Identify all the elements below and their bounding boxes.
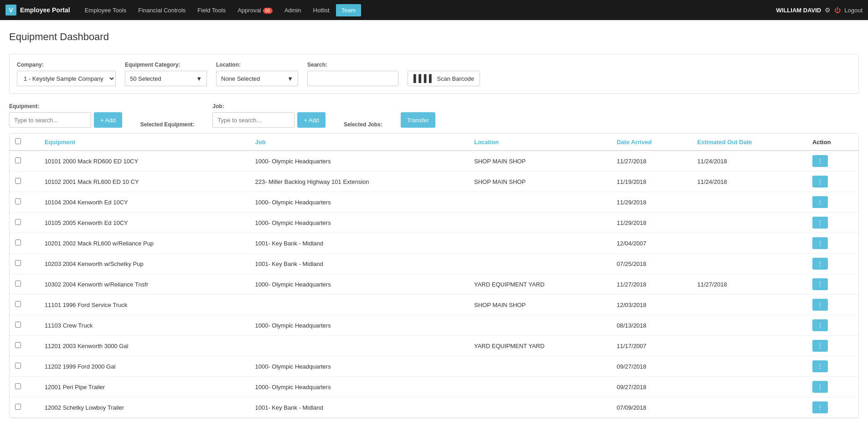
row-checkbox-cell[interactable] <box>10 274 39 295</box>
search-input[interactable] <box>307 71 398 86</box>
equipment-search-input[interactable] <box>9 112 91 128</box>
row-action-button[interactable]: ⋮ <box>812 299 828 311</box>
row-checkbox[interactable] <box>15 219 21 225</box>
row-job: 1001- Key Bank - Midland <box>249 254 469 274</box>
table-row: 10102 2001 Mack RL600 ED 10 CY 223- Mill… <box>10 172 858 192</box>
job-search-input[interactable] <box>212 112 294 128</box>
row-action-button[interactable]: ⋮ <box>812 278 828 290</box>
equipment-col-header[interactable]: Equipment <box>39 134 250 151</box>
row-location <box>469 315 611 336</box>
row-action-button[interactable]: ⋮ <box>812 155 828 167</box>
row-est-out-date <box>692 254 807 274</box>
row-action-button[interactable]: ⋮ <box>812 319 828 331</box>
table-row: 10105 2005 Kenworth Ed 10CY 1000- Olympi… <box>10 213 858 233</box>
row-date-arrived: 12/03/2018 <box>611 295 692 315</box>
job-label: Job: <box>212 103 326 109</box>
row-checkbox-cell[interactable] <box>10 151 39 172</box>
table-row: 12002 Schetky Lowboy Trailer 1001- Key B… <box>10 397 858 418</box>
row-checkbox[interactable] <box>15 383 21 389</box>
row-action-cell: ⋮ <box>807 192 858 213</box>
select-all-checkbox[interactable] <box>15 138 21 144</box>
selected-equipment-group: Selected Equipment: <box>140 121 195 128</box>
nav-item-employee-tools[interactable]: Employee Tools <box>79 4 132 16</box>
row-checkbox[interactable] <box>15 363 21 369</box>
row-checkbox[interactable] <box>15 281 21 286</box>
alert-icon[interactable]: ⏻ <box>834 6 841 14</box>
table-row: 11103 Crew Truck 1000- Olympic Headquart… <box>10 315 858 336</box>
row-checkbox-cell[interactable] <box>10 213 39 233</box>
row-date-arrived: 11/19/2018 <box>611 172 692 192</box>
row-action-button[interactable]: ⋮ <box>812 217 828 229</box>
date-arrived-col-header[interactable]: Date Arrived <box>611 134 692 151</box>
row-checkbox[interactable] <box>15 322 21 328</box>
row-action-button[interactable]: ⋮ <box>812 340 828 352</box>
job-col-header[interactable]: Job <box>249 134 469 151</box>
row-checkbox[interactable] <box>15 301 21 307</box>
row-checkbox-cell[interactable] <box>10 315 39 336</box>
table-body: 10101 2000 Mack RD600 ED 10CY 1000- Olym… <box>10 151 858 418</box>
scan-barcode-label: Scan Barcode <box>437 75 474 82</box>
row-est-out-date <box>692 315 807 336</box>
row-checkbox-cell[interactable] <box>10 192 39 213</box>
job-add-button[interactable]: + Add <box>297 112 326 128</box>
settings-icon[interactable]: ⚙ <box>825 6 831 14</box>
row-checkbox-cell[interactable] <box>10 233 39 254</box>
table-row: 11201 2003 Kenworth 3000 Gal YARD EQUIPM… <box>10 336 858 356</box>
filter-card: Company: 1 - Keystyle Sample Company Equ… <box>9 54 859 94</box>
est-out-date-col-header[interactable]: Estimated Out Date <box>692 134 807 151</box>
company-select[interactable]: 1 - Keystyle Sample Company <box>17 71 116 86</box>
nav-item-field-tools[interactable]: Field Tools <box>192 4 231 16</box>
row-checkbox-cell[interactable] <box>10 172 39 192</box>
row-action-button[interactable]: ⋮ <box>812 176 828 187</box>
row-date-arrived: 09/27/2018 <box>611 356 692 377</box>
logout-link[interactable]: Logout <box>844 7 863 14</box>
table-row: 10104 2004 Kenworth Ed 10CY 1000- Olympi… <box>10 192 858 213</box>
row-checkbox[interactable] <box>15 240 21 245</box>
table-row: 10101 2000 Mack RD600 ED 10CY 1000- Olym… <box>10 151 858 172</box>
nav-item-admin[interactable]: Admin <box>279 4 307 16</box>
scan-barcode-button[interactable]: ▌▌▌▌ Scan Barcode <box>408 71 480 86</box>
row-action-button[interactable]: ⋮ <box>812 360 828 372</box>
row-checkbox-cell[interactable] <box>10 336 39 356</box>
row-date-arrived: 11/27/2018 <box>611 151 692 172</box>
row-action-button[interactable]: ⋮ <box>812 381 828 393</box>
row-equipment: 12002 Schetky Lowboy Trailer <box>39 397 250 418</box>
transfer-button[interactable]: Transfer <box>401 112 435 128</box>
row-checkbox-cell[interactable] <box>10 377 39 397</box>
location-filter-group: Location: None Selected ▼ <box>216 62 298 86</box>
row-checkbox[interactable] <box>15 342 21 348</box>
row-checkbox-cell[interactable] <box>10 254 39 274</box>
nav-item-financial-controls[interactable]: Financial Controls <box>133 4 191 16</box>
row-checkbox-cell[interactable] <box>10 397 39 418</box>
row-action-button[interactable]: ⋮ <box>812 258 828 270</box>
nav-item-approval[interactable]: Approval66 <box>232 4 278 16</box>
row-checkbox[interactable] <box>15 198 21 204</box>
search-label: Search: <box>307 62 398 68</box>
row-action-button[interactable]: ⋮ <box>812 196 828 208</box>
row-action-cell: ⋮ <box>807 233 858 254</box>
location-dropdown[interactable]: None Selected ▼ <box>216 71 298 86</box>
transfer-label: Transfer <box>407 117 429 124</box>
equipment-add-button[interactable]: + Add <box>94 112 122 128</box>
equipment-search-row: + Add <box>9 112 122 128</box>
row-date-arrived: 08/13/2018 <box>611 315 692 336</box>
row-checkbox[interactable] <box>15 178 21 184</box>
brand: V Employee Portal <box>5 5 70 16</box>
row-action-button[interactable]: ⋮ <box>812 237 828 249</box>
category-dropdown[interactable]: 50 Selected ▼ <box>125 71 207 86</box>
nav-item-team[interactable]: Team <box>336 4 362 16</box>
row-est-out-date <box>692 295 807 315</box>
row-checkbox[interactable] <box>15 260 21 266</box>
row-checkbox-cell[interactable] <box>10 356 39 377</box>
select-all-col[interactable] <box>10 134 39 151</box>
row-action-button[interactable]: ⋮ <box>812 401 828 413</box>
row-equipment: 12001 Peri Pipe Trailer <box>39 377 250 397</box>
category-chevron-icon: ▼ <box>196 75 202 82</box>
row-checkbox[interactable] <box>15 157 21 163</box>
row-checkbox[interactable] <box>15 404 21 410</box>
nav-item-hotlist[interactable]: Hotlist <box>308 4 335 16</box>
row-job: 1001- Key Bank - Midland <box>249 397 469 418</box>
location-col-header[interactable]: Location <box>469 134 611 151</box>
row-checkbox-cell[interactable] <box>10 295 39 315</box>
row-est-out-date <box>692 233 807 254</box>
